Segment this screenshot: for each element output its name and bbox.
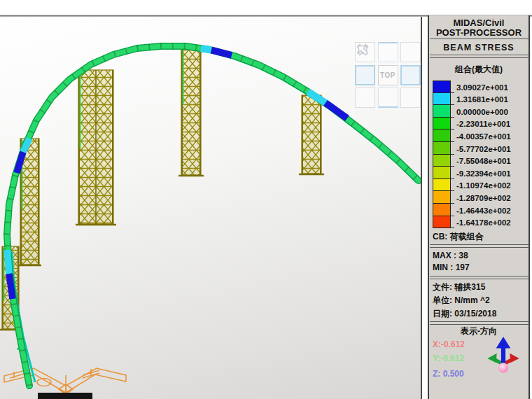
- arch-stress-blue-crown: [211, 50, 232, 56]
- view-pad-square-top[interactable]: [378, 42, 398, 62]
- result-type-label: BEAM STRESS: [429, 43, 528, 52]
- view-pad-arrow-nw[interactable]: [400, 88, 421, 108]
- legend-value: -5.77702e+001: [454, 144, 511, 155]
- legend-value: -7.55048e+001: [454, 156, 511, 167]
- support-tower-crown: [178, 49, 204, 176]
- arch-stress-blue-lower-left: [9, 274, 13, 299]
- legend-row: -9.32394e+001: [433, 167, 511, 179]
- file-line: 文件: 辅拱315: [429, 281, 532, 293]
- legend-value: -1.28709e+002: [454, 193, 511, 204]
- legend-row: -4.00357e+001: [433, 130, 511, 142]
- unit-line: 单位: N/mm ^2: [429, 295, 532, 307]
- legend-row: -1.10974e+002: [433, 179, 511, 192]
- foundation-wireframe: [4, 368, 126, 394]
- legend-swatch: [433, 80, 451, 93]
- separator: [430, 276, 529, 279]
- legend-row: -2.23011e+001: [433, 118, 511, 130]
- view-pad-top-button[interactable]: TOP: [378, 65, 398, 85]
- legend-row: -5.77702e+001: [433, 142, 511, 155]
- legend-row: -7.55048e+001: [433, 155, 511, 167]
- xyz-axis-triad-icon: [485, 335, 522, 379]
- legend-value: -1.64178e+002: [454, 218, 511, 228]
- legend-row: 0.00000e+000: [433, 105, 511, 118]
- top-view-label: TOP: [380, 71, 396, 79]
- separator: [430, 321, 529, 325]
- legend-swatch: [433, 93, 451, 106]
- legend-value: 3.09027e+001: [454, 83, 508, 93]
- view-pad-square-right[interactable]: [400, 65, 421, 85]
- legend-swatch: [433, 179, 451, 192]
- legend-swatch: [433, 142, 451, 155]
- load-combination-line: CB: 荷载组合: [429, 231, 532, 243]
- legend-value: 1.31681e+001: [454, 94, 508, 105]
- legend-swatch: [433, 204, 451, 216]
- combination-label: 组合(最大值): [429, 64, 528, 76]
- arch-stress-cyan-lower-left: [8, 250, 10, 274]
- legend-row: -1.28709e+002: [433, 191, 511, 204]
- midas-civil-window: { "panel": { "title_line1": "MIDAS/Civil…: [0, 0, 532, 399]
- view-pad-arrow-sw[interactable]: [400, 42, 421, 62]
- app-title: MIDAS/Civil: [429, 18, 528, 28]
- legend-value: -1.46443e+002: [454, 206, 511, 216]
- separator: [430, 55, 529, 58]
- legend-value: -4.00357e+001: [454, 132, 511, 142]
- max-line: MAX : 38: [429, 251, 532, 260]
- legend-swatch: [433, 216, 451, 229]
- legend-swatch: [433, 155, 451, 167]
- stress-color-legend: 3.09027e+001 1.31681e+001 0.00000e+000 -…: [433, 80, 511, 228]
- legend-value: 0.00000e+000: [454, 107, 508, 118]
- arch-stress-blue-right: [326, 103, 347, 118]
- min-line: MIN : 197: [429, 262, 532, 272]
- legend-swatch: [433, 191, 451, 204]
- separator: [430, 38, 529, 39]
- legend-swatch: [433, 167, 451, 179]
- legend-row: -1.46443e+002: [433, 204, 511, 216]
- view-pad-square-bottom[interactable]: [378, 88, 398, 108]
- arrow-nw-icon: [355, 42, 370, 57]
- legend-row: -1.64178e+002: [433, 216, 511, 229]
- legend-swatch: [433, 118, 451, 130]
- legend-swatch: [433, 130, 451, 142]
- arch-stress-cyan-crown: [201, 48, 211, 50]
- legend-value: -1.10974e+002: [454, 181, 511, 191]
- legend-swatch: [433, 105, 451, 118]
- app-subtitle: POST-PROCESSOR: [429, 27, 528, 38]
- legend-row: 1.31681e+001: [433, 93, 511, 106]
- view-navigation-pad: TOP: [355, 42, 421, 108]
- date-line: 日期: 03/15/2018: [429, 308, 532, 320]
- view-pad-square-left[interactable]: [355, 65, 375, 85]
- separator: [430, 244, 529, 248]
- legend-value: -2.23011e+001: [454, 119, 510, 130]
- model-view-canvas[interactable]: TOP: [0, 17, 422, 399]
- legend-value: -9.32394e+001: [454, 169, 511, 179]
- support-tower-right: [299, 95, 324, 174]
- postprocessor-legend-panel: MIDAS/Civil POST-PROCESSOR BEAM STRESS 组…: [428, 15, 530, 399]
- support-tower-2-tall: [76, 70, 116, 225]
- bottom-border-fragment: [38, 393, 92, 399]
- legend-row: 3.09027e+001: [433, 80, 511, 93]
- view-pad-arrow-ne[interactable]: [355, 88, 375, 108]
